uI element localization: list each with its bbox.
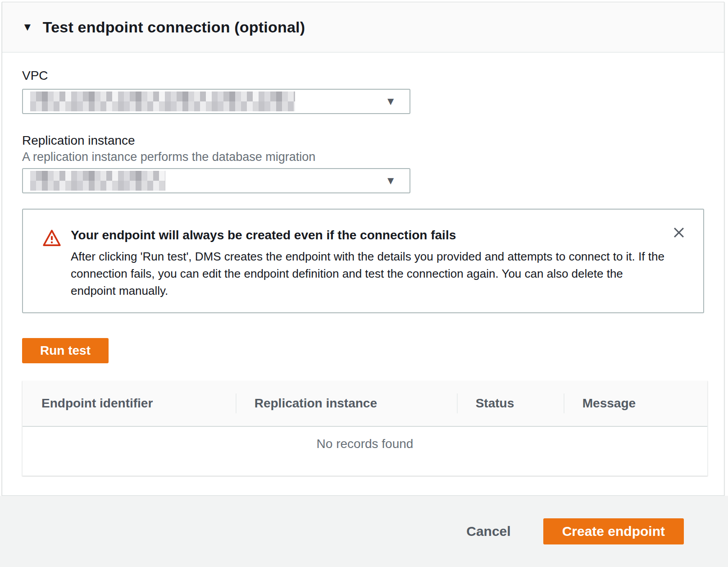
vpc-select[interactable]: ▼ — [22, 89, 410, 114]
replication-instance-select[interactable]: ▼ — [22, 168, 410, 193]
cancel-button[interactable]: Cancel — [462, 521, 515, 542]
alert-close-button[interactable] — [670, 224, 688, 242]
column-header-replication-instance: Replication instance — [236, 381, 457, 426]
dropdown-arrow-icon: ▼ — [385, 175, 396, 186]
test-results-table: Endpoint identifier Replication instance… — [22, 381, 708, 476]
run-test-button[interactable]: Run test — [22, 338, 109, 363]
collapse-triangle-icon: ▼ — [22, 22, 33, 32]
form-actions-footer: Cancel Create endpoint — [0, 496, 728, 567]
close-icon — [671, 225, 687, 242]
table-header-row: Endpoint identifier Replication instance… — [23, 381, 707, 427]
test-endpoint-connection-section: ▼ Test endpoint connection (optional) VP… — [2, 2, 724, 496]
column-header-status: Status — [457, 381, 564, 426]
column-header-endpoint-identifier: Endpoint identifier — [23, 381, 236, 426]
endpoint-warning-alert: Your endpoint will always be created eve… — [22, 209, 704, 313]
redacted-vpc-value — [30, 91, 295, 111]
alert-body: After clicking 'Run test', DMS creates t… — [71, 248, 667, 299]
section-title: Test endpoint connection (optional) — [43, 18, 305, 36]
table-empty-state: No records found — [23, 427, 707, 476]
replication-instance-description: A replication instance performs the data… — [22, 150, 704, 164]
vpc-label: VPC — [22, 69, 704, 82]
alert-title: Your endpoint will always be created eve… — [71, 228, 667, 243]
alert-content: Your endpoint will always be created eve… — [71, 228, 667, 299]
warning-triangle-icon — [42, 229, 62, 249]
redacted-replication-instance-value — [30, 171, 165, 191]
column-header-message: Message — [564, 381, 707, 426]
dropdown-arrow-icon: ▼ — [385, 96, 396, 107]
create-endpoint-button[interactable]: Create endpoint — [543, 518, 684, 544]
replication-instance-label: Replication instance — [22, 134, 704, 147]
section-body: VPC ▼ Replication instance A replication… — [2, 69, 724, 476]
section-header[interactable]: ▼ Test endpoint connection (optional) — [2, 2, 724, 53]
